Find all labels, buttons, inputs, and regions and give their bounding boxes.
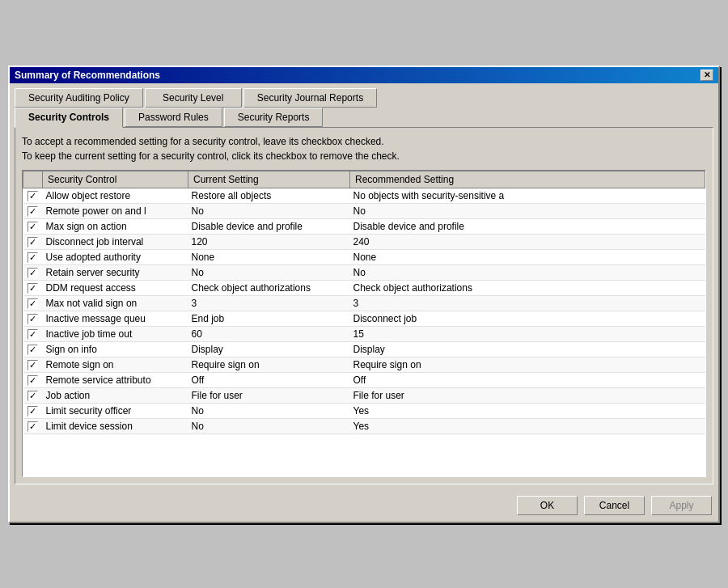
table-row: ✓Remote sign onRequire sign onRequire si…: [23, 357, 705, 372]
security-control-name: DDM request access: [43, 280, 188, 295]
col-header-current-setting: Current Setting: [188, 171, 350, 188]
security-control-name: Sign on info: [43, 341, 188, 357]
security-control-name: Allow object restore: [43, 188, 188, 203]
current-setting: End job: [188, 311, 350, 326]
table-row: ✓Retain server securityNoNo: [23, 264, 705, 280]
description-line1: To accept a recommended setting for a se…: [22, 134, 706, 149]
row-checkbox-11[interactable]: ✓: [28, 360, 38, 370]
security-control-name: Remote sign on: [43, 357, 188, 372]
row-checkbox-0[interactable]: ✓: [28, 191, 38, 201]
table-row: ✓Disconnect job interval120240: [23, 234, 705, 249]
row-checkbox-7[interactable]: ✓: [28, 298, 38, 309]
recommended-setting: Off: [350, 372, 705, 387]
description-line2: To keep the current setting for a securi…: [22, 149, 706, 163]
recommended-setting: 15: [350, 326, 705, 341]
dialog-window: Summary of Recommendations ✕ Security Au…: [8, 66, 720, 523]
current-setting: Require sign on: [188, 357, 350, 372]
apply-button[interactable]: Apply: [651, 496, 712, 515]
row-checkbox-8[interactable]: ✓: [28, 314, 38, 324]
row-checkbox-9[interactable]: ✓: [28, 329, 38, 340]
current-setting: Restore all objects: [188, 188, 350, 203]
recommended-setting: 240: [350, 234, 705, 249]
table-row: ✓Remote power on and lNoNo: [23, 203, 705, 218]
current-setting: Disable device and profile: [188, 218, 350, 234]
table-row: ✓Sign on infoDisplayDisplay: [23, 341, 705, 357]
current-setting: 3: [188, 295, 350, 311]
table-row: ✓Job actionFile for userFile for user: [23, 387, 705, 403]
tab-security-level[interactable]: Security Level: [145, 88, 242, 108]
security-controls-table: Security Control Current Setting Recomme…: [22, 170, 706, 477]
security-control-name: Retain server security: [43, 264, 188, 280]
security-control-name: Limit device session: [43, 418, 188, 434]
current-setting: 60: [188, 326, 350, 341]
title-bar: Summary of Recommendations ✕: [10, 67, 718, 83]
tab-row-2: Security Controls Password Rules Securit…: [10, 108, 718, 127]
row-checkbox-6[interactable]: ✓: [28, 283, 38, 294]
ok-button[interactable]: OK: [517, 496, 578, 515]
cancel-button[interactable]: Cancel: [584, 496, 645, 515]
tab-password-rules[interactable]: Password Rules: [125, 108, 222, 127]
security-control-name: Remote power on and l: [43, 203, 188, 218]
row-checkbox-15[interactable]: ✓: [28, 421, 38, 432]
table-row: ✓Inactive job time out6015: [23, 326, 705, 341]
col-header-security-control: Security Control: [43, 171, 188, 188]
tab-security-journal-reports[interactable]: Security Journal Reports: [243, 88, 377, 108]
row-checkbox-4[interactable]: ✓: [28, 252, 38, 263]
security-control-name: Remote service attributo: [43, 372, 188, 387]
row-checkbox-12[interactable]: ✓: [28, 375, 38, 386]
row-checkbox-14[interactable]: ✓: [28, 406, 38, 417]
content-area: To accept a recommended setting for a se…: [15, 127, 713, 484]
recommended-setting: No: [350, 203, 705, 218]
row-checkbox-13[interactable]: ✓: [28, 391, 38, 401]
table-row: ✓Allow object restoreRestore all objects…: [23, 188, 705, 203]
table-row: ✓Inactive message queuEnd jobDisconnect …: [23, 311, 705, 326]
col-header-recommended-setting: Recommended Setting: [350, 171, 705, 188]
security-control-name: Job action: [43, 387, 188, 403]
current-setting: 120: [188, 234, 350, 249]
table-row: ✓DDM request accessCheck object authoriz…: [23, 280, 705, 295]
security-control-name: Inactive job time out: [43, 326, 188, 341]
row-checkbox-10[interactable]: ✓: [28, 345, 38, 355]
recommended-setting: Require sign on: [350, 357, 705, 372]
current-setting: File for user: [188, 387, 350, 403]
col-header-checkbox: [23, 171, 43, 188]
current-setting: Display: [188, 341, 350, 357]
tab-security-reports[interactable]: Security Reports: [224, 108, 324, 127]
recommended-setting: Yes: [350, 403, 705, 418]
current-setting: No: [188, 418, 350, 434]
table-row: ✓Limit device sessionNoYes: [23, 418, 705, 434]
table-row: ✓Limit security officerNoYes: [23, 403, 705, 418]
table-row: ✓Use adopted authorityNoneNone: [23, 249, 705, 264]
recommended-setting: Yes: [350, 418, 705, 434]
tab-security-auditing-policy[interactable]: Security Auditing Policy: [15, 88, 143, 108]
table-row: ✓Max sign on actionDisable device and pr…: [23, 218, 705, 234]
buttons-row: OK Cancel Apply: [10, 489, 718, 522]
dialog-title: Summary of Recommendations: [15, 70, 160, 81]
current-setting: No: [188, 264, 350, 280]
security-control-name: Disconnect job interval: [43, 234, 188, 249]
recommended-setting: None: [350, 249, 705, 264]
recommended-setting: Check object authorizations: [350, 280, 705, 295]
recommended-setting: Display: [350, 341, 705, 357]
table-row: ✓Remote service attributoOffOff: [23, 372, 705, 387]
row-checkbox-1[interactable]: ✓: [28, 206, 38, 217]
current-setting: Off: [188, 372, 350, 387]
close-button[interactable]: ✕: [700, 70, 713, 81]
row-checkbox-2[interactable]: ✓: [28, 222, 38, 232]
recommended-setting: No: [350, 264, 705, 280]
tab-row-1: Security Auditing Policy Security Level …: [10, 83, 718, 108]
security-control-name: Inactive message queu: [43, 311, 188, 326]
recommended-setting: Disable device and profile: [350, 218, 705, 234]
row-checkbox-3[interactable]: ✓: [28, 237, 38, 247]
row-checkbox-5[interactable]: ✓: [28, 268, 38, 278]
security-control-name: Max not valid sign on: [43, 295, 188, 311]
table-row: ✓Max not valid sign on33: [23, 295, 705, 311]
description: To accept a recommended setting for a se…: [22, 134, 706, 163]
recommended-setting: Disconnect job: [350, 311, 705, 326]
security-control-name: Use adopted authority: [43, 249, 188, 264]
current-setting: Check object authorizations: [188, 280, 350, 295]
current-setting: None: [188, 249, 350, 264]
tab-security-controls[interactable]: Security Controls: [15, 108, 123, 128]
current-setting: No: [188, 403, 350, 418]
recommended-setting: File for user: [350, 387, 705, 403]
